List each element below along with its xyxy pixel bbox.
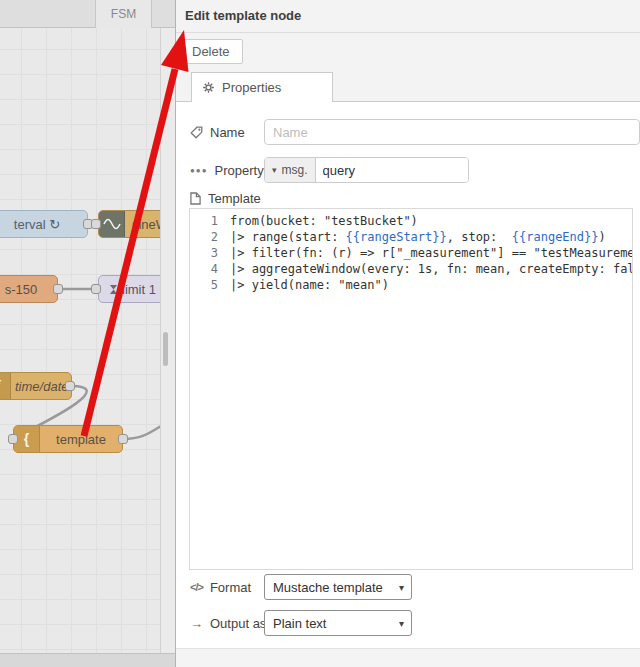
line-number: 2 bbox=[190, 229, 230, 245]
tab-properties[interactable]: Properties bbox=[191, 72, 333, 102]
node-label: s-150 bbox=[0, 282, 57, 297]
sine-wave-icon bbox=[99, 211, 125, 237]
format-select[interactable]: Mustache template ▾ bbox=[264, 574, 412, 600]
file-icon bbox=[190, 192, 201, 205]
code-line[interactable]: 2|> range(start: {{rangeStart}}, stop: {… bbox=[190, 229, 632, 245]
code-text: |> range(start: {{rangeStart}}, stop: {{… bbox=[230, 229, 606, 245]
tag-icon bbox=[190, 126, 203, 139]
port-template-out[interactable] bbox=[118, 434, 128, 444]
workspace-footer bbox=[0, 653, 175, 667]
dialog-toolbar: Delete Properties bbox=[176, 33, 640, 102]
code-text: |> yield(name: "mean") bbox=[230, 277, 389, 293]
name-input[interactable] bbox=[264, 119, 640, 145]
tab-fsm[interactable]: FSM bbox=[95, 0, 152, 28]
delete-button[interactable]: Delete bbox=[179, 39, 243, 64]
node-label: template bbox=[40, 432, 122, 447]
line-number: 3 bbox=[190, 245, 230, 261]
chevron-down-icon: ▾ bbox=[399, 582, 404, 593]
code-lines: 1from(bucket: "testBucket")2|> range(sta… bbox=[190, 213, 632, 293]
format-label-text: Format bbox=[210, 580, 251, 595]
port-timedate-out[interactable] bbox=[65, 381, 75, 391]
dialog-footer bbox=[176, 648, 640, 667]
node-red-app: terval ↻ sineW s-150 limit 1 ms f time/d… bbox=[0, 0, 640, 667]
port-limit-in[interactable] bbox=[91, 284, 101, 294]
property-typed-input: ▾ msg. bbox=[264, 157, 469, 183]
template-field-label: Template bbox=[190, 188, 261, 208]
line-number: 5 bbox=[190, 277, 230, 293]
code-line[interactable]: 4|> aggregateWindow(every: 1s, fn: mean,… bbox=[190, 261, 632, 277]
code-text: |> filter(fn: (r) => r["_measurement"] =… bbox=[230, 245, 633, 261]
caret-down-icon: ▾ bbox=[272, 165, 277, 175]
wires bbox=[0, 0, 175, 667]
template-code-editor[interactable]: 1from(bucket: "testBucket")2|> range(sta… bbox=[189, 208, 633, 570]
node-interval[interactable]: terval ↻ bbox=[0, 210, 88, 238]
dialog-title: Edit template node bbox=[176, 0, 640, 33]
property-field-label: ●●● Property bbox=[190, 157, 264, 183]
vertical-scrollbar-thumb[interactable] bbox=[163, 332, 168, 366]
code-text: |> aggregateWindow(every: 1s, fn: mean, … bbox=[230, 261, 633, 277]
output-field-label: → Output as bbox=[190, 610, 266, 636]
port-template-in[interactable] bbox=[8, 434, 18, 444]
edit-template-node-dialog: Edit template node Delete Properties bbox=[175, 0, 640, 667]
line-number: 4 bbox=[190, 261, 230, 277]
node-timedate[interactable]: f time/date bbox=[0, 372, 72, 400]
chevron-down-icon: ▾ bbox=[399, 618, 404, 629]
node-s150[interactable]: s-150 bbox=[0, 275, 58, 303]
hourglass-icon bbox=[109, 284, 118, 295]
name-label-text: Name bbox=[210, 125, 245, 140]
format-select-value: Mustache template bbox=[273, 580, 383, 595]
property-value-input[interactable] bbox=[316, 158, 468, 182]
property-type-button[interactable]: ▾ msg. bbox=[265, 158, 316, 182]
node-label: terval ↻ bbox=[0, 217, 87, 232]
flow-workspace[interactable]: terval ↻ sineW s-150 limit 1 ms f time/d… bbox=[0, 0, 175, 667]
gear-icon bbox=[202, 81, 215, 94]
port-sine-in[interactable] bbox=[91, 219, 101, 229]
format-field-label: </> Format bbox=[190, 574, 251, 600]
arrow-right-icon: → bbox=[190, 616, 203, 631]
template-label-text: Template bbox=[208, 191, 261, 206]
code-brackets-icon: </> bbox=[190, 581, 203, 593]
workspace-tab-bar: FSM bbox=[0, 0, 175, 28]
code-text: from(bucket: "testBucket") bbox=[230, 213, 418, 229]
port-s150-out[interactable] bbox=[53, 284, 63, 294]
code-line[interactable]: 1from(bucket: "testBucket") bbox=[190, 213, 632, 229]
name-field-label: Name bbox=[190, 119, 245, 145]
code-line[interactable]: 3|> filter(fn: (r) => r["_measurement"] … bbox=[190, 245, 632, 261]
workspace-scroll-gutter bbox=[160, 28, 175, 653]
property-type-label: msg. bbox=[282, 163, 308, 177]
node-template[interactable]: { template bbox=[13, 425, 123, 453]
output-label-text: Output as bbox=[210, 616, 266, 631]
line-number: 1 bbox=[190, 213, 230, 229]
node-label: time/date bbox=[11, 379, 72, 394]
property-label-text: Property bbox=[215, 163, 264, 178]
function-icon: f bbox=[0, 373, 11, 399]
ellipsis-icon: ●●● bbox=[190, 166, 208, 175]
code-line[interactable]: 5|> yield(name: "mean") bbox=[190, 277, 632, 293]
output-select[interactable]: Plain text ▾ bbox=[264, 610, 412, 636]
tab-properties-label: Properties bbox=[222, 80, 281, 95]
output-select-value: Plain text bbox=[273, 616, 326, 631]
